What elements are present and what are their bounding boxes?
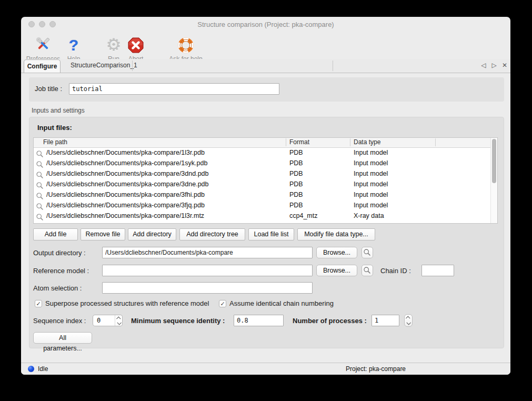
magnifier-icon[interactable] <box>36 201 44 212</box>
add-directory-button[interactable]: Add directory <box>128 228 176 240</box>
atom-selection-label: Atom selection : <box>33 284 82 292</box>
lifebuoy-icon <box>163 34 208 54</box>
table-row[interactable]: /Users/dcliebschner/Documents/pka-compar… <box>34 179 491 189</box>
data-type-cell: Input model <box>354 179 388 189</box>
reference-model-browse-button[interactable]: Browse... <box>316 265 357 276</box>
format-cell: PDB <box>289 200 303 210</box>
tab-close-icon[interactable]: ✕ <box>501 62 508 69</box>
table-rows: /Users/dcliebschner/Documents/pka-compar… <box>34 147 491 223</box>
magnifier-icon[interactable] <box>36 169 44 180</box>
data-type-cell: Input model <box>354 200 388 210</box>
all-parameters-button[interactable]: All parameters... <box>33 332 92 344</box>
magnifier-icon <box>363 266 372 275</box>
table-row[interactable]: /Users/dcliebschner/Documents/pka-compar… <box>34 147 491 158</box>
column-header-data-type[interactable]: Data type <box>354 138 380 146</box>
column-separator <box>286 138 286 146</box>
checkbox-check-icon: ✓ <box>35 300 42 307</box>
table-row[interactable]: /Users/dcliebschner/Documents/pka-compar… <box>34 200 491 210</box>
format-cell: PDB <box>289 158 303 168</box>
chain-id-label: Chain ID : <box>380 267 411 275</box>
column-header-format[interactable]: Format <box>289 138 309 146</box>
chain-id-input[interactable] <box>421 265 454 276</box>
tab-next-arrow-icon[interactable]: ▷ <box>490 62 498 69</box>
input-files-table[interactable]: File path Format Data type /Users/dclieb… <box>33 137 498 224</box>
output-directory-label: Output directory : <box>33 249 86 257</box>
num-processes-stepper[interactable] <box>404 314 413 327</box>
add-directory-tree-button[interactable]: Add directory tree <box>179 228 245 240</box>
num-processes-label: Number of processes : <box>293 317 367 325</box>
job-title-panel: Job title : <box>29 77 504 102</box>
run-gear-icon: ⚙ <box>101 34 126 54</box>
file-path-cell: /Users/dcliebschner/Documents/pka-compar… <box>46 179 209 189</box>
stepper-chevrons-icon[interactable] <box>115 315 122 326</box>
abort-icon <box>123 34 148 54</box>
min-seq-identity-label: Minimum sequence identity : <box>131 317 225 325</box>
assume-identical-checkbox-label: Assume identical chain numbering <box>229 299 334 307</box>
file-path-cell: /Users/dcliebschner/Documents/pka-compar… <box>46 200 205 210</box>
run-button[interactable]: ⚙ Run <box>101 34 126 63</box>
inputs-settings-label: Inputs and settings <box>32 107 85 114</box>
table-row[interactable]: /Users/dcliebschner/Documents/pka-compar… <box>34 158 491 168</box>
scrollbar-thumb[interactable] <box>492 139 496 183</box>
magnifier-icon[interactable] <box>36 191 44 201</box>
superpose-checkbox[interactable]: ✓ Superpose processed structures with re… <box>35 299 209 307</box>
title-bar: Structure comparison (Project: pka-compa… <box>21 17 510 32</box>
format-cell: PDB <box>289 179 303 189</box>
output-directory-search-button[interactable] <box>362 247 373 258</box>
num-processes-input[interactable] <box>372 315 399 326</box>
ask-for-help-button[interactable]: Ask for help <box>163 34 208 63</box>
column-header-file-path[interactable]: File path <box>43 138 67 146</box>
file-path-cell: /Users/dcliebschner/Documents/pka-compar… <box>46 158 207 168</box>
tab-configure[interactable]: Configure <box>24 59 61 73</box>
vertical-scrollbar[interactable] <box>490 138 497 223</box>
data-type-cell: Input model <box>354 158 388 168</box>
output-directory-input[interactable] <box>102 247 313 258</box>
sequence-index-value: 0 <box>93 317 115 324</box>
tab-bar: Configure StructureComparison_1 ◁ ▷ ✕ <box>21 59 510 73</box>
atom-selection-input[interactable] <box>102 282 313 294</box>
checkbox-check-icon: ✓ <box>219 300 226 307</box>
magnifier-icon[interactable] <box>36 180 44 191</box>
reference-model-input[interactable] <box>102 265 313 276</box>
magnifier-icon[interactable] <box>36 212 44 222</box>
column-separator <box>435 138 436 146</box>
reference-model-label: Reference model : <box>33 267 89 275</box>
remove-file-button[interactable]: Remove file <box>81 228 125 240</box>
modify-file-data-type-button[interactable]: Modify file data type... <box>297 228 375 240</box>
tab-separator <box>333 61 333 71</box>
format-cell: PDB <box>289 168 303 179</box>
status-indicator-icon <box>28 366 34 372</box>
data-type-cell: Input model <box>354 147 388 158</box>
magnifier-icon[interactable] <box>36 159 44 169</box>
load-file-list-button[interactable]: Load file list <box>248 228 294 240</box>
format-cell: ccp4_mtz <box>289 210 318 221</box>
status-bar: Idle Project: pka-compare <box>21 363 510 375</box>
job-title-label: Job title : <box>35 85 62 93</box>
reference-model-search-button[interactable] <box>362 265 373 276</box>
table-row[interactable]: /Users/dcliebschner/Documents/pka-compar… <box>34 210 491 221</box>
job-title-input[interactable] <box>69 83 279 95</box>
tab-prev-arrow-icon[interactable]: ◁ <box>480 62 487 69</box>
add-file-button[interactable]: Add file <box>33 228 78 240</box>
format-cell: PDB <box>289 147 303 158</box>
stepper-down-icon[interactable] <box>406 320 410 325</box>
min-seq-identity-input[interactable] <box>234 315 284 326</box>
table-row[interactable]: /Users/dcliebschner/Documents/pka-compar… <box>34 189 491 200</box>
stepper-up-icon[interactable] <box>406 316 410 320</box>
file-path-cell: /Users/dcliebschner/Documents/pka-compar… <box>46 189 205 200</box>
app-window: Structure comparison (Project: pka-compa… <box>21 17 510 375</box>
assume-identical-checkbox[interactable]: ✓ Assume identical chain numbering <box>219 299 334 307</box>
window-title: Structure comparison (Project: pka-compa… <box>21 21 510 28</box>
output-directory-browse-button[interactable]: Browse... <box>316 247 357 258</box>
sequence-index-stepper[interactable]: 0 <box>93 315 123 326</box>
data-type-cell: X-ray data <box>354 210 384 221</box>
preferences-button[interactable]: Preferences <box>23 34 63 63</box>
abort-button[interactable]: Abort <box>123 34 148 63</box>
magnifier-icon[interactable] <box>36 148 44 159</box>
magnifier-icon <box>363 248 372 257</box>
help-button[interactable]: ? Help <box>63 34 84 63</box>
sequence-index-label: Sequence index : <box>33 317 86 325</box>
status-text: Idle <box>38 365 48 373</box>
table-row[interactable]: /Users/dcliebschner/Documents/pka-compar… <box>34 168 491 179</box>
data-type-cell: Input model <box>354 168 388 179</box>
